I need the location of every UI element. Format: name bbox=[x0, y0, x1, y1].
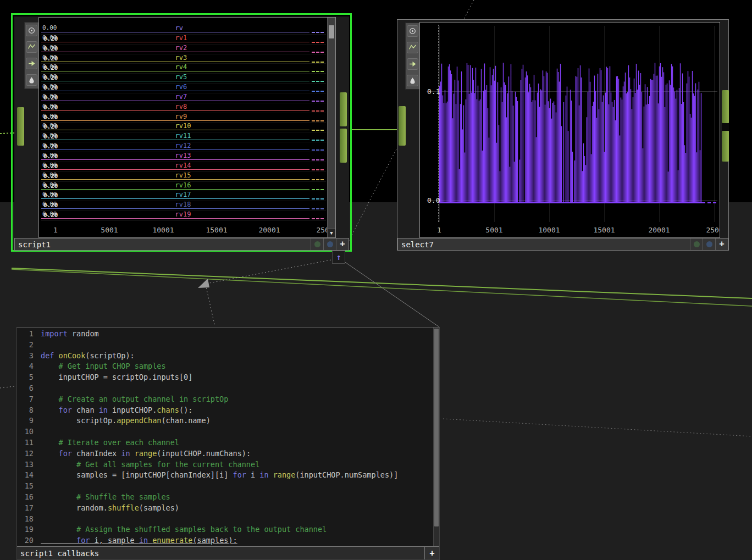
lock-flag-button[interactable] bbox=[26, 74, 37, 86]
channel-row[interactable]: 0.200.00rv5 bbox=[41, 74, 326, 84]
render-flag-indicator[interactable] bbox=[690, 239, 703, 250]
channel-trace-dashes bbox=[312, 169, 324, 170]
channel-row[interactable]: 0.200.00rv15 bbox=[41, 172, 326, 182]
channel-trace-dashes bbox=[312, 101, 324, 102]
network-editor-canvas[interactable]: 0.00rv0.200.00rv10.200.00rv20.200.00rv30… bbox=[0, 0, 752, 560]
code-line: 1import random bbox=[20, 329, 430, 340]
channel-name-label: rv14 bbox=[175, 162, 191, 169]
bypass-flag-button[interactable] bbox=[407, 58, 418, 70]
node-script1[interactable]: 0.00rv0.200.00rv10.200.00rv20.200.00rv30… bbox=[14, 16, 349, 250]
output-connector-select7-bottom[interactable] bbox=[722, 131, 729, 162]
line-number: 7 bbox=[20, 394, 34, 405]
line-number: 12 bbox=[20, 448, 34, 459]
channel-row[interactable]: 0.200.00rv2 bbox=[41, 45, 326, 54]
panel-title: script1_callbacks bbox=[17, 549, 424, 558]
channel-value-label: 0.00 bbox=[42, 152, 57, 159]
green-flag-dot bbox=[694, 241, 700, 247]
line-number: 19 bbox=[20, 524, 34, 535]
code-line: 10 bbox=[20, 426, 430, 437]
add-parameter-button[interactable]: + bbox=[715, 239, 728, 250]
select7-graph-viewer[interactable]: 0.1 0.0 1500110001150012000125001 bbox=[419, 22, 720, 238]
channel-row[interactable]: 0.00rv bbox=[41, 25, 326, 35]
display-flag-indicator[interactable] bbox=[323, 239, 336, 250]
channel-row[interactable]: 0.200.00rv6 bbox=[41, 84, 326, 93]
channel-row[interactable]: 0.200.00rv8 bbox=[41, 103, 326, 113]
render-flag-indicator[interactable] bbox=[311, 239, 323, 250]
wire-script1-out-b[interactable] bbox=[12, 269, 752, 306]
channel-value-label: 0.00 bbox=[42, 113, 57, 120]
viewer-flag-button[interactable] bbox=[26, 41, 37, 53]
channel-trace-dashes bbox=[312, 42, 324, 43]
blue-flag-dot bbox=[327, 241, 333, 247]
output-connector-select7-top[interactable] bbox=[722, 90, 729, 123]
node-flag-column-script1 bbox=[24, 22, 39, 89]
channel-row[interactable]: 0.200.00rv12 bbox=[41, 142, 326, 152]
droplet-icon bbox=[408, 76, 417, 85]
expand-arrow-button[interactable]: ↑ bbox=[332, 251, 345, 264]
node-select7[interactable]: 0.1 0.0 1500110001150012000125001 select… bbox=[397, 19, 729, 251]
channel-row[interactable]: 0.200.00rv10 bbox=[41, 123, 326, 132]
display-flag-button[interactable] bbox=[407, 25, 418, 37]
channel-row[interactable]: 0.200.00rv4 bbox=[41, 64, 326, 74]
channel-row[interactable]: 0.200.00rv17 bbox=[41, 191, 326, 201]
wire-script1-out-a[interactable] bbox=[12, 268, 752, 298]
code-line: 17 random.shuffle(samples) bbox=[20, 503, 430, 514]
channel-name-label: rv2 bbox=[175, 45, 187, 52]
panel-add-button[interactable]: + bbox=[424, 547, 439, 559]
channel-row[interactable]: 0.200.00rv13 bbox=[41, 152, 326, 162]
channel-row[interactable]: 0.200.00rv1 bbox=[41, 35, 326, 45]
add-parameter-button[interactable]: + bbox=[336, 239, 349, 250]
display-flag-indicator[interactable] bbox=[703, 239, 715, 250]
lock-flag-button[interactable] bbox=[407, 75, 418, 86]
dotted-link-to-panel bbox=[206, 285, 215, 326]
x-axis-tick: 5001 bbox=[101, 226, 118, 234]
channel-trace bbox=[41, 198, 309, 199]
channel-row[interactable]: 0.200.00rv9 bbox=[41, 113, 326, 123]
code-line: 9 scriptOp.appendChan(chan.name) bbox=[20, 415, 430, 426]
input-connector-script1[interactable] bbox=[17, 107, 24, 146]
droplet-icon bbox=[27, 76, 36, 84]
code-line: 3def onCook(scriptOp): bbox=[20, 351, 430, 362]
scrollbar-thumb[interactable] bbox=[329, 25, 334, 38]
line-number: 14 bbox=[20, 470, 34, 481]
node-name-bar-select7[interactable]: select7 + bbox=[397, 238, 728, 251]
bypass-flag-button[interactable] bbox=[26, 58, 37, 69]
channel-trace-dashes bbox=[312, 62, 324, 63]
channel-row[interactable]: 0.200.00rv18 bbox=[41, 201, 326, 211]
channel-trace-dashes bbox=[312, 71, 324, 72]
panel-name-bar[interactable]: script1_callbacks + bbox=[17, 546, 439, 559]
channel-value-label: 0.00 bbox=[42, 35, 57, 41]
channel-trace-dashes bbox=[312, 32, 324, 33]
channel-value-label: 0.00 bbox=[42, 45, 57, 51]
vertical-gridline bbox=[714, 26, 715, 222]
channel-row[interactable]: 0.200.00rv14 bbox=[41, 162, 326, 172]
channel-row[interactable]: 0.200.00rv19 bbox=[41, 211, 326, 221]
channel-row[interactable]: 0.200.00rv11 bbox=[41, 132, 326, 142]
channel-row[interactable]: 0.200.00rv3 bbox=[41, 54, 326, 64]
channel-row[interactable]: 0.200.00rv7 bbox=[41, 93, 326, 103]
scroll-down-button[interactable]: ▼ bbox=[328, 228, 335, 237]
channel-name-label: rv4 bbox=[175, 64, 187, 71]
code-scrollbar[interactable] bbox=[433, 328, 439, 546]
channel-value-label: 0.00 bbox=[42, 132, 57, 139]
channel-trace-dashes bbox=[312, 130, 324, 131]
code-text-area[interactable]: 1import random23def onCook(scriptOp):4 #… bbox=[20, 329, 430, 545]
viewer-flag-button[interactable] bbox=[407, 42, 418, 53]
channel-trace bbox=[41, 120, 309, 121]
output-connector-script1-top[interactable] bbox=[340, 92, 347, 126]
code-scrollbar-thumb[interactable] bbox=[434, 329, 439, 526]
script1-x-axis: 1500110001150012000125001 bbox=[39, 223, 327, 237]
channel-trace bbox=[41, 91, 309, 91]
up-arrow-icon: ↑ bbox=[336, 252, 341, 262]
output-connector-script1-bottom[interactable] bbox=[340, 129, 347, 163]
script1-graph-viewer[interactable]: 0.00rv0.200.00rv10.200.00rv20.200.00rv30… bbox=[38, 17, 336, 238]
line-number: 5 bbox=[20, 372, 34, 383]
channel-row[interactable]: 0.200.00rv16 bbox=[41, 182, 326, 192]
code-editor-panel[interactable]: 1import random23def onCook(scriptOp):4 #… bbox=[16, 327, 440, 560]
display-flag-button[interactable] bbox=[26, 25, 37, 36]
node-name-bar-script1[interactable]: script1 + bbox=[14, 238, 349, 251]
input-connector-select7[interactable] bbox=[399, 106, 406, 146]
circle-dot-icon bbox=[408, 27, 417, 35]
graph-scrollbar[interactable]: ▼ bbox=[327, 18, 335, 237]
x-axis-tick: 10001 bbox=[538, 226, 560, 234]
